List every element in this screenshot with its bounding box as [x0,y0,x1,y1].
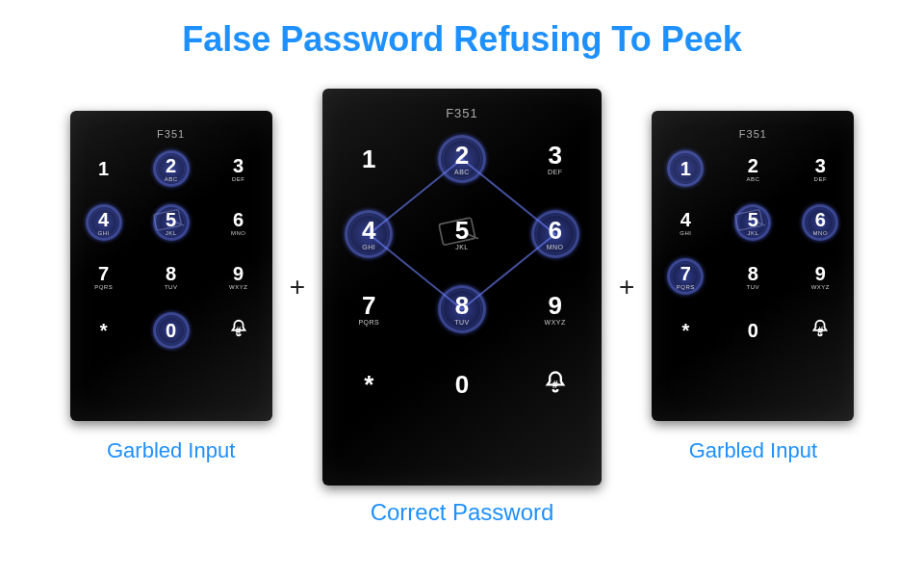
key-digit: 9 [815,264,826,283]
key-digit: 0 [455,372,469,397]
key-digit: 1 [680,159,691,178]
key-digit: 5 [166,210,176,229]
key-digit: 6 [815,210,826,229]
keypad-key[interactable]: 8TUV [416,284,509,334]
key-digit: 6 [233,210,244,229]
keypad-row: F351 12ABC3DEF4GHI5JKL6MNO7PQRS8TUV9WXYZ… [0,89,924,486]
keypad-key[interactable]: * [322,359,416,409]
keypad-key[interactable]: 6MNO [508,209,602,259]
keypad-key[interactable]: 3DEF [508,134,602,184]
keypad-key[interactable]: 7PQRS [652,257,719,296]
caption-right: Garbled Input [689,438,817,463]
key-digit: 3 [815,156,826,175]
keypad-key[interactable]: 9WXYZ [205,257,272,296]
keypad-key[interactable]: 4GHI [652,203,719,242]
keypad-key[interactable]: # [508,359,602,409]
key-digit: # [552,380,558,390]
key-grid: 12ABC3DEF4GHI5JKL6MNO7PQRS8TUV9WXYZ*0# [634,149,871,350]
left-column: F351 12ABC3DEF4GHI5JKL6MNO7PQRS8TUV9WXYZ… [70,111,272,463]
key-digit: 8 [748,264,758,283]
keypad-key[interactable]: 1 [70,149,138,188]
keypad-key[interactable]: # [205,311,272,350]
key-sublabel: ABC [746,176,759,182]
keypad-right: F351 12ABC3DEF4GHI5JKL6MNO7PQRS8TUV9WXYZ… [652,111,854,421]
key-digit: 4 [362,218,375,243]
key-sublabel: TUV [454,319,470,326]
key-digit: * [100,321,108,340]
key-sublabel: DEF [548,169,563,175]
key-digit: 4 [680,210,691,229]
key-digit: 7 [680,264,691,283]
key-sublabel: MNO [813,230,829,236]
key-digit: 6 [548,218,561,243]
key-sublabel: WXYZ [811,284,830,290]
key-sublabel: PQRS [358,319,379,326]
key-digit: 1 [362,146,375,171]
key-grid: 12ABC3DEF4GHI5JKL6MNO7PQRS8TUV9WXYZ*0# [53,149,290,350]
key-grid: 12ABC3DEF4GHI5JKL6MNO7PQRS8TUV9WXYZ*0# [299,134,625,409]
key-sublabel: MNO [547,244,564,250]
key-sublabel: MNO [231,230,246,236]
keypad-key[interactable]: 6MNO [786,203,854,242]
model-label: F351 [446,106,478,120]
key-digit: 8 [166,264,176,283]
keypad-key[interactable]: 0 [719,311,786,350]
center-column: F351 12ABC3DEF4GHI5JKL6MNO7PQRS8TUV9WXYZ… [322,89,602,486]
keypad-key[interactable]: 7PQRS [70,257,138,296]
keypad-key[interactable]: * [70,311,138,350]
keypad-key[interactable]: 3DEF [786,149,854,188]
caption-left: Garbled Input [107,438,235,463]
key-sublabel: ABC [165,176,178,182]
key-digit: # [236,326,242,336]
keypad-key[interactable]: 2ABC [719,149,786,188]
keypad-key[interactable]: 5JKL [138,203,205,242]
key-digit: 0 [748,321,758,340]
keypad-key[interactable]: 5JKL [719,203,786,242]
key-sublabel: TUV [747,284,760,290]
keypad-key[interactable]: 0 [416,359,509,409]
keypad-key[interactable]: 8TUV [138,257,205,296]
keypad-key[interactable]: * [652,311,719,350]
key-sublabel: TUV [165,284,178,290]
keypad-key[interactable]: 6MNO [205,203,272,242]
keypad-key[interactable]: 7PQRS [322,284,416,334]
model-label: F351 [739,128,767,140]
keypad-key[interactable]: 3DEF [205,149,272,188]
key-sublabel: JKL [747,230,758,236]
key-sublabel: DEF [232,176,245,182]
keypad-key[interactable]: 4GHI [70,203,138,242]
key-digit: * [364,372,373,397]
key-digit: 4 [98,210,109,229]
keypad-key[interactable]: # [786,311,854,350]
keypad-key[interactable]: 2ABC [416,134,509,184]
keypad-key[interactable]: 9WXYZ [786,257,854,296]
key-digit: 2 [455,143,469,168]
right-column: F351 12ABC3DEF4GHI5JKL6MNO7PQRS8TUV9WXYZ… [652,111,854,463]
keypad-key[interactable]: 9WXYZ [508,284,602,334]
key-sublabel: GHI [98,230,110,236]
key-sublabel: JKL [166,230,177,236]
key-digit: 2 [748,156,758,175]
key-sublabel: JKL [455,244,469,250]
page-title: False Password Refusing To Peek [0,0,924,60]
key-digit: 7 [362,293,375,318]
key-sublabel: WXYZ [545,319,566,326]
keypad-key[interactable]: 4GHI [322,209,416,259]
keypad-center: F351 12ABC3DEF4GHI5JKL6MNO7PQRS8TUV9WXYZ… [322,89,602,486]
keypad-key[interactable]: 5JKL [416,209,509,259]
key-digit: 3 [233,156,244,175]
keypad-key[interactable]: 1 [652,149,719,188]
key-sublabel: GHI [680,230,691,236]
key-sublabel: PQRS [677,284,695,290]
keypad-key[interactable]: 0 [138,311,205,350]
keypad-left: F351 12ABC3DEF4GHI5JKL6MNO7PQRS8TUV9WXYZ… [70,111,272,421]
key-sublabel: DEF [814,176,828,182]
key-digit: 0 [166,321,176,340]
key-digit: 9 [548,293,561,318]
keypad-key[interactable]: 1 [322,134,416,184]
key-digit: 5 [748,210,758,229]
keypad-key[interactable]: 8TUV [719,257,786,296]
model-label: F351 [157,128,185,140]
key-sublabel: PQRS [94,284,113,290]
keypad-key[interactable]: 2ABC [138,149,205,188]
